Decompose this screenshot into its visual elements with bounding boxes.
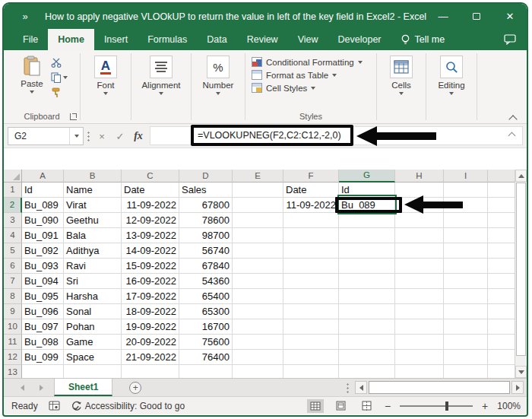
cell-I6[interactable] — [444, 259, 488, 274]
column-header-F[interactable]: F — [283, 170, 339, 183]
cell-E9[interactable] — [233, 304, 283, 319]
column-header-E[interactable]: E — [233, 170, 283, 183]
cell-G10[interactable] — [339, 319, 395, 335]
cell-C9[interactable]: 18-09-2022 — [122, 304, 179, 319]
close-button[interactable]: ✕ — [493, 4, 527, 29]
cell-H7[interactable] — [395, 274, 444, 289]
scroll-right-button[interactable] — [511, 381, 524, 394]
column-header-D[interactable]: D — [179, 170, 233, 183]
row-header-2[interactable]: 2 — [4, 198, 22, 213]
cell-B13[interactable] — [64, 365, 122, 378]
column-header-B[interactable]: B — [64, 170, 122, 183]
scroll-down-button[interactable] — [515, 366, 527, 378]
tab-developer[interactable]: Developer — [328, 29, 391, 50]
row-header-7[interactable]: 7 — [4, 274, 22, 289]
page-break-view-button[interactable] — [359, 399, 375, 413]
horizontal-scrollbar-thumb[interactable] — [369, 381, 510, 394]
zoom-out-button[interactable]: − — [385, 400, 391, 412]
cell-C12[interactable]: 21-09-2022 — [122, 350, 179, 365]
cell-E8[interactable] — [233, 289, 283, 304]
page-layout-view-button[interactable] — [333, 399, 350, 413]
cell-C6[interactable]: 15-09-2022 — [122, 259, 179, 274]
cell-E10[interactable] — [233, 319, 283, 335]
comments-button[interactable] — [504, 29, 516, 50]
cell-E11[interactable] — [233, 335, 283, 350]
cell-D12[interactable]: 76400 — [179, 350, 233, 365]
cell-E13[interactable] — [233, 365, 283, 378]
cell-C1[interactable]: Date — [122, 183, 179, 198]
cell-D13[interactable] — [179, 365, 233, 378]
cell-F3[interactable] — [283, 213, 339, 228]
cell-C7[interactable]: 16-09-2022 — [122, 274, 179, 289]
cell-B11[interactable]: Game — [64, 335, 122, 350]
cell-C4[interactable]: 13-09-2022 — [122, 228, 179, 243]
next-sheet-icon[interactable] — [40, 385, 43, 391]
cell-I13[interactable] — [444, 365, 488, 378]
editing-button[interactable]: Editing — [430, 56, 473, 123]
cell-B8[interactable]: Harsha — [64, 289, 122, 304]
cancel-button[interactable]: × — [93, 128, 110, 144]
cell-A7[interactable]: Bu_094 — [22, 274, 64, 289]
cell-A8[interactable]: Bu_095 — [22, 289, 64, 304]
cell-H9[interactable] — [395, 304, 444, 319]
normal-view-button[interactable] — [307, 399, 324, 413]
zoom-level[interactable]: 100% — [497, 401, 521, 411]
cell-G6[interactable] — [339, 259, 395, 274]
macro-record-icon[interactable] — [49, 401, 60, 411]
expand-formula-bar-icon[interactable] — [509, 132, 516, 137]
cell-A12[interactable]: Bu_099 — [22, 350, 64, 365]
cell-C10[interactable]: 19-09-2022 — [122, 319, 179, 335]
cell-H4[interactable] — [395, 228, 444, 243]
cell-C2[interactable]: 11-09-2022 — [122, 198, 179, 213]
tab-data[interactable]: Data — [197, 29, 236, 50]
tab-insert[interactable]: Insert — [94, 29, 138, 50]
new-sheet-button[interactable]: + — [129, 379, 141, 396]
cell-E2[interactable] — [233, 198, 283, 213]
cell-A3[interactable]: Bu_090 — [22, 213, 64, 228]
row-header-11[interactable]: 11 — [4, 335, 22, 350]
cell-F1[interactable]: Date — [283, 183, 339, 198]
cell-H11[interactable] — [395, 335, 444, 350]
cell-B9[interactable]: Sonal — [64, 304, 122, 319]
cell-G9[interactable] — [339, 304, 395, 319]
scroll-up-button[interactable] — [515, 170, 527, 182]
cell-G4[interactable] — [339, 228, 395, 243]
cell-B3[interactable]: Geethu — [64, 213, 122, 228]
scroll-left-button[interactable] — [355, 381, 367, 394]
quick-access-toolbar-icon[interactable]: » — [4, 11, 45, 22]
cell-D7[interactable]: 54360 — [179, 274, 233, 289]
cell-F5[interactable] — [283, 243, 339, 259]
cell-B6[interactable]: Ravi — [64, 259, 122, 274]
cell-E7[interactable] — [233, 274, 283, 289]
tab-home[interactable]: Home — [48, 29, 94, 50]
cell-H5[interactable] — [395, 243, 444, 259]
number-button[interactable]: % Number — [197, 56, 239, 123]
row-header-13[interactable]: 13 — [4, 365, 22, 378]
cell-H6[interactable] — [395, 259, 444, 274]
cell-F10[interactable] — [283, 319, 339, 335]
column-header-C[interactable]: C — [122, 170, 179, 183]
cell-A13[interactable] — [22, 365, 64, 378]
row-header-3[interactable]: 3 — [4, 213, 22, 228]
cell-E4[interactable] — [233, 228, 283, 243]
previous-sheet-icon[interactable] — [21, 385, 24, 391]
zoom-slider[interactable] — [400, 405, 473, 407]
cell-E5[interactable] — [233, 243, 283, 259]
cell-I9[interactable] — [444, 304, 488, 319]
scrollbar-resize-handle[interactable] — [347, 382, 349, 393]
collapse-ribbon-icon[interactable] — [510, 115, 518, 120]
cut-button[interactable] — [51, 58, 68, 68]
cell-F2[interactable]: 11-09-2022 — [283, 198, 339, 213]
cell-D1[interactable]: Sales — [179, 183, 233, 198]
cell-F11[interactable] — [283, 335, 339, 350]
vertical-scrollbar-thumb[interactable] — [516, 183, 526, 356]
cell-I12[interactable] — [444, 350, 488, 365]
zoom-slider-thumb[interactable] — [445, 402, 448, 411]
format-as-table-button[interactable]: Format as Table — [252, 70, 363, 80]
cell-C3[interactable]: 12-09-2022 — [122, 213, 179, 228]
cell-D10[interactable]: 16700 — [179, 319, 233, 335]
cell-F6[interactable] — [283, 259, 339, 274]
cell-A5[interactable]: Bu_092 — [22, 243, 64, 259]
row-header-12[interactable]: 12 — [4, 350, 22, 365]
cell-D3[interactable]: 78600 — [179, 213, 233, 228]
